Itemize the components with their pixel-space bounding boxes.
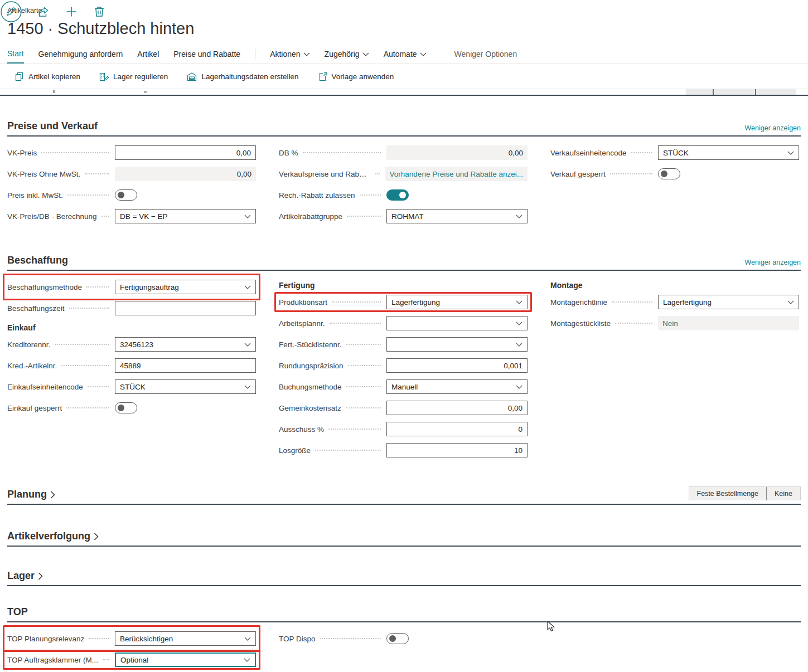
montagerichtlinie-dropdown[interactable]: Lagerfertigung [658,295,799,309]
tab-artikel[interactable]: Artikel [137,50,159,63]
top-auftragsklammer-dropdown[interactable]: Optional [115,652,256,667]
beschaffungsmethode-dropdown[interactable]: Fertigungsauftrag [115,280,256,294]
preis-inkl-mwst-toggle[interactable] [115,189,137,201]
planung-chip-reservieren[interactable]: Keine [766,487,800,500]
tab-genehmigung-anfordern[interactable]: Genehmigung anfordern [38,50,123,63]
new-button[interactable] [65,5,78,18]
chevron-down-icon [244,285,251,289]
section-title[interactable]: Preise und Verkauf [7,120,98,132]
fert-stuecklistennr-dropdown[interactable] [386,337,528,352]
buchungsmethode-dropdown[interactable]: Manuell [386,379,528,394]
arbeitsplannr-dropdown[interactable] [386,316,528,330]
field-label: Beschaffungszeit [7,304,65,313]
gemeinkostensatz-input[interactable]: 0,00 [386,401,528,415]
rech-rabatt-zulassen-toggle[interactable] [386,189,409,201]
section-title[interactable]: Beschaffung [7,255,68,266]
db-pct-field: 0,00 [386,145,528,160]
top-planungsrelevanz-dropdown[interactable]: Berücksichtigen [115,631,256,646]
dropdown-value: Berücksichtigen [120,635,173,643]
plus-icon [65,5,78,18]
field-label: Kred.-Artikelnr. [7,362,57,370]
page-caption: Artikelkarte [0,0,808,14]
dotted-leader [348,365,381,366]
section-title: Artikelverfolgung [7,530,90,542]
artikelrabattgruppe-dropdown[interactable]: ROHMAT [386,209,528,223]
ausschuss-pct-input[interactable]: 0 [386,422,528,436]
weniger-anzeigen-link[interactable]: Weniger anzeigen [744,124,801,132]
einkaufseinheitencode-dropdown[interactable]: STÜCK [115,379,256,394]
dotted-leader [85,173,109,174]
field-top-planungsrelevanz: TOP Planungsrelevanz Berücksichtigen [7,631,256,646]
adjust-inventory-icon [99,72,109,81]
vk-preis-db-berechnung-dropdown[interactable]: DB = VK − EP [115,209,256,223]
field-value: 0,001 [504,362,522,370]
link-value: Nein [662,319,678,328]
chevron-right-icon [38,572,43,580]
einkauf-gesperrt-toggle[interactable] [115,402,137,413]
cutoff-cell [713,89,755,95]
dropdown-value: STÜCK [663,149,689,157]
vorlage-anwenden-label: Vorlage anwenden [332,72,394,81]
chevron-down-icon [362,52,369,56]
artikel-kopieren-button[interactable]: Artikel kopieren [14,72,80,81]
delete-button[interactable] [93,5,106,18]
dotted-leader [330,323,381,324]
lager-regulieren-button[interactable]: Lager regulieren [99,72,168,81]
field-buchungsmethode: Buchungsmethode Manuell [279,379,528,394]
losgroesse-input[interactable]: 10 [386,443,528,457]
vorlage-anwenden-button[interactable]: Vorlage anwenden [318,72,394,81]
toggle-knob [661,171,667,177]
tab-start[interactable]: Start [7,49,24,64]
dropdown-value: Lagerfertigung [391,298,440,306]
dotted-leader [610,173,652,174]
tab-preise-und-rabatte[interactable]: Preise und Rabatte [173,50,240,63]
menu-weniger-optionen[interactable]: Weniger Optionen [454,50,517,63]
subgroup-fertigung: Fertigung [279,281,528,290]
verkauf-gesperrt-toggle[interactable] [658,168,680,179]
cutoff-cell [686,89,713,95]
field-montagestueckliste: Montagestückliste Nein [550,316,799,330]
verkaufseinheitencode-dropdown[interactable]: STÜCK [658,145,799,160]
section-planung-toggle[interactable]: Planung [7,489,55,500]
verkaufspreise-und-rabatte-link[interactable]: Vorhandene Preise und Rabatte anzei... [385,167,528,181]
menu-aktionen[interactable]: Aktionen [270,50,309,63]
lagerhaltungsdaten-erstellen-button[interactable]: Lagerhaltungsdaten erstellen [187,72,298,81]
dotted-leader [346,344,381,345]
rundungspraezision-input[interactable]: 0,001 [386,358,528,373]
chevron-down-icon [516,300,522,304]
dotted-leader [66,407,109,408]
action-toolbar: Artikel kopieren Lager regulieren Lagerh… [0,69,808,84]
beschaffung-col-3: Montage Montagerichtlinie Lagerfertigung… [550,280,799,337]
field-label: Fert.-Stücklistennr. [279,340,342,349]
dropdown-value: Fertigungsauftrag [120,283,179,291]
edit-button[interactable] [0,1,22,23]
top-grid: TOP Planungsrelevanz Berücksichtigen TOP… [0,631,808,672]
field-label: Artikelrabattgruppe [279,212,342,221]
section-lager-toggle[interactable]: Lager [7,570,43,582]
section-title[interactable]: TOP [7,606,28,618]
field-label: Produktionsart [279,298,327,306]
menu-automate[interactable]: Automate [384,50,427,63]
kred-artikelnr-input[interactable]: 45889 [115,358,256,373]
dotted-leader [101,216,109,217]
top-dispo-toggle[interactable] [386,633,409,644]
menu-zugehoerig[interactable]: Zugehörig [325,50,369,63]
montagestueckliste-link[interactable]: Nein [658,316,799,330]
section-artikelverfolgung-toggle[interactable]: Artikelverfolgung [7,530,99,542]
weniger-anzeigen-link[interactable]: Weniger anzeigen [744,259,801,266]
field-value: 0,00 [236,149,251,157]
dotted-leader [86,286,109,288]
kreditorennr-dropdown[interactable]: 32456123 [115,337,256,352]
dotted-leader [61,365,109,366]
produktionsart-dropdown[interactable]: Lagerfertigung [386,295,528,309]
field-preis-inkl-mwst: Preis inkl. MwSt. [7,188,256,202]
chevron-down-icon [420,52,427,56]
share-button[interactable] [37,5,50,18]
field-verkaufseinheitencode: Verkaufseinheitencode STÜCK [550,145,799,160]
vk-preis-input[interactable]: 0,00 [115,145,256,160]
apply-template-icon [318,72,327,81]
field-value: 0,00 [237,170,251,178]
dotted-leader [346,407,381,408]
planung-chip-dispoverfahren[interactable]: Feste Bestellmenge [689,487,766,500]
beschaffungszeit-input[interactable] [115,301,256,315]
